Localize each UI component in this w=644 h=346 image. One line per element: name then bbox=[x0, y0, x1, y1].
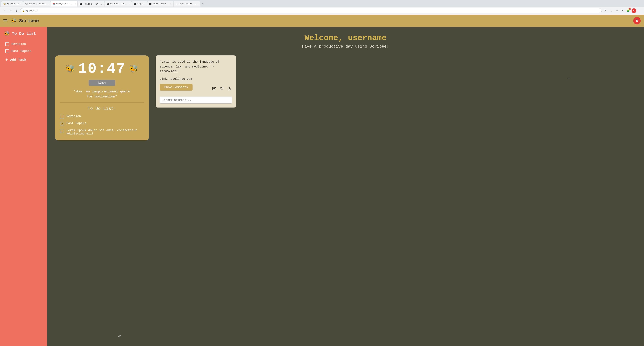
tab-favicon-3: 📚 bbox=[52, 3, 55, 5]
past-papers-checkbox[interactable] bbox=[5, 49, 9, 53]
note-link: Link: duolingo.com bbox=[160, 77, 232, 81]
app-profile-button[interactable]: B bbox=[633, 17, 641, 24]
tab-close-6[interactable]: ✕ bbox=[144, 3, 145, 5]
tab-favicon-7: 🅵 bbox=[150, 3, 152, 5]
bee-right-icon: 🐝 bbox=[129, 64, 138, 73]
timer-quote: "Wow. An inspirational quotefor motivati… bbox=[60, 89, 144, 99]
show-comments-button[interactable]: Show Comments bbox=[160, 84, 192, 91]
welcome-title: Welcome, username bbox=[55, 33, 636, 42]
pencil-decoration: ✏ bbox=[116, 332, 123, 340]
tab-label-8: Figma Tutorc... bbox=[178, 3, 196, 5]
extensions-icon[interactable]: 🧩 bbox=[626, 8, 630, 13]
sidebar-header: 🐝 To Do List bbox=[0, 31, 47, 40]
like-icon[interactable] bbox=[219, 86, 224, 91]
new-tab-button[interactable]: + bbox=[200, 2, 205, 5]
address-text: my page.io bbox=[26, 9, 38, 12]
sidebar-title: To Do List bbox=[12, 31, 36, 36]
timer-button[interactable]: Timer bbox=[88, 80, 116, 86]
timer-card: 🐝 10:47 🐝 Timer "Wow. An inspirational q… bbox=[55, 55, 149, 140]
card-divider bbox=[60, 103, 144, 103]
history-icon[interactable]: ↩ bbox=[614, 8, 619, 13]
tab-label-5: Material Des... bbox=[110, 3, 128, 5]
timer-time: 10:47 bbox=[78, 60, 126, 77]
tab-label-6: Figma bbox=[137, 3, 143, 5]
revision-label: Revision bbox=[12, 42, 26, 46]
lock-icon: 🔒 bbox=[22, 9, 25, 12]
tab-close-5[interactable]: ✕ bbox=[129, 3, 130, 5]
tab-close-3[interactable]: ✕ bbox=[75, 3, 76, 5]
edit-icon[interactable] bbox=[211, 86, 217, 91]
todo-checkbox-revision[interactable] bbox=[60, 115, 64, 119]
content-area: 🐝 10:47 🐝 Timer "Wow. An inspirational q… bbox=[55, 55, 636, 140]
todo-label-lorem: Lorem ipsum dolor sit amet, consectetur … bbox=[66, 129, 144, 135]
plus-icon: + bbox=[5, 58, 8, 62]
main-content: Welcome, username Have a productive day … bbox=[47, 27, 644, 346]
tab-3[interactable]: 📚 StudyFlow – ... ✕ bbox=[50, 1, 77, 6]
tab-6[interactable]: 🅵 Figma ✕ bbox=[132, 1, 147, 6]
sidebar: 🐝 To Do List Revision Past Papers + Add … bbox=[0, 27, 47, 346]
app-logo-icon: 🐝 bbox=[10, 17, 18, 24]
tab-favicon-6: 🅵 bbox=[134, 3, 136, 5]
todo-item-lorem: Lorem ipsum dolor sit amet, consectetur … bbox=[60, 129, 144, 135]
past-papers-label: Past Papers bbox=[12, 49, 31, 53]
tab-5[interactable]: 🅵 Material Des... ✕ bbox=[105, 1, 132, 6]
back-button[interactable]: ← bbox=[2, 8, 7, 13]
tab-close-1[interactable]: ✕ bbox=[20, 3, 21, 5]
tab-2[interactable]: 💬 Slack | accent... ✕ bbox=[23, 1, 50, 6]
share-icon[interactable] bbox=[227, 86, 232, 91]
todo-item-revision: Revision bbox=[60, 115, 144, 119]
sidebar-item-past-papers[interactable]: Past Papers bbox=[0, 48, 47, 55]
tab-favicon-1: 🐝 bbox=[3, 3, 6, 5]
browser-menu-icon[interactable]: ⊞ bbox=[603, 8, 608, 13]
tab-favicon-4: 🅵 bbox=[80, 3, 82, 5]
todo-list: Revision Past Papers Lorem ipsum dolor s… bbox=[60, 115, 144, 135]
hamburger-menu[interactable] bbox=[3, 19, 8, 22]
tab-label-1: my page.io bbox=[7, 3, 19, 5]
tab-favicon-8: ▶ bbox=[176, 3, 177, 5]
todo-checkbox-lorem[interactable] bbox=[60, 129, 64, 133]
todo-checkbox-past-papers[interactable] bbox=[60, 122, 64, 126]
toolbar-icons: ⊞ ☆ ↩ ⬇ 🧩 C ⋮ bbox=[603, 8, 642, 13]
todo-item-past-papers: Past Papers bbox=[60, 122, 144, 126]
tab-favicon-2: 💬 bbox=[25, 3, 28, 5]
reload-button[interactable]: ↺ bbox=[14, 8, 19, 13]
tab-4[interactable]: 🅵 ▶ Page 1 - St... ✕ bbox=[78, 1, 104, 6]
browser-chrome: 🐝 my page.io ✕ 💬 Slack | accent... ✕ 📚 S… bbox=[0, 0, 644, 15]
tab-close-4[interactable]: ✕ bbox=[103, 3, 104, 5]
dash-decoration: — bbox=[567, 75, 570, 81]
todo-label-past-papers: Past Papers bbox=[66, 122, 86, 125]
more-options-icon[interactable]: ⋮ bbox=[637, 8, 642, 13]
bee-left-icon: 🐝 bbox=[66, 64, 75, 73]
bookmark-icon[interactable]: ☆ bbox=[609, 8, 614, 13]
welcome-section: Welcome, username Have a productive day … bbox=[55, 33, 636, 49]
todo-label-revision: Revision bbox=[66, 115, 81, 118]
tab-8[interactable]: ▶ Figma Tutorc... ✕ bbox=[174, 1, 200, 6]
note-content: "Latin is used as the language of scienc… bbox=[160, 59, 232, 74]
sidebar-item-revision[interactable]: Revision bbox=[0, 40, 47, 48]
revision-checkbox[interactable] bbox=[5, 42, 9, 46]
note-actions bbox=[211, 86, 232, 91]
comment-input[interactable] bbox=[160, 97, 232, 104]
app-body: 🐝 To Do List Revision Past Papers + Add … bbox=[0, 27, 644, 346]
tab-close-7[interactable]: ✕ bbox=[170, 3, 172, 5]
app-header: 🐝 Scribee B bbox=[0, 15, 644, 27]
bee-logo-icon: 🐝 bbox=[11, 18, 16, 23]
tab-label-2: Slack | accent... bbox=[29, 3, 49, 5]
tab-label-7: Vector macO... bbox=[152, 3, 170, 5]
browser-toolbar: ← → ↺ 🔒 my page.io ⊞ ☆ ↩ ⬇ 🧩 C ⋮ bbox=[0, 7, 644, 15]
add-task-label: Add Task bbox=[10, 58, 26, 62]
welcome-subtitle: Have a productive day using Scribee! bbox=[55, 44, 636, 49]
sidebar-bee-icon: 🐝 bbox=[4, 31, 10, 36]
add-task-button[interactable]: + Add Task bbox=[0, 55, 47, 64]
address-bar[interactable]: 🔒 my page.io bbox=[20, 8, 602, 13]
tab-close-8[interactable]: ✕ bbox=[197, 3, 198, 5]
timer-display: 🐝 10:47 🐝 bbox=[60, 60, 144, 77]
profile-avatar[interactable]: C bbox=[632, 8, 636, 13]
tab-1[interactable]: 🐝 my page.io ✕ bbox=[1, 1, 23, 6]
app-logo: 🐝 Scribee bbox=[10, 17, 39, 24]
tab-favicon-5: 🅵 bbox=[107, 3, 109, 5]
download-icon[interactable]: ⬇ bbox=[620, 8, 625, 13]
browser-tabs: 🐝 my page.io ✕ 💬 Slack | accent... ✕ 📚 S… bbox=[0, 0, 644, 7]
tab-7[interactable]: 🅵 Vector macO... ✕ bbox=[148, 1, 174, 6]
forward-button[interactable]: → bbox=[8, 8, 13, 13]
